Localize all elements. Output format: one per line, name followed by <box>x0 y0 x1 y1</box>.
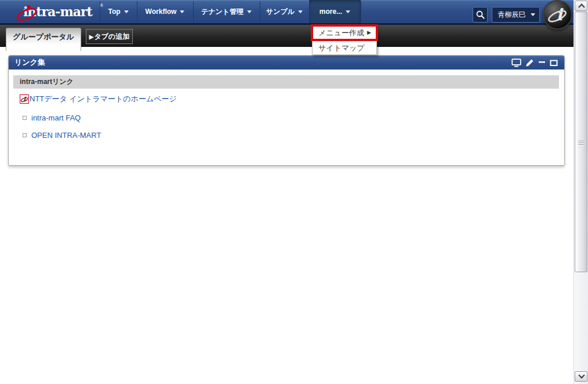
badge-i-swoosh-icon: i <box>544 1 571 28</box>
portlet-title: リンク集 <box>14 56 45 70</box>
nav-separator <box>361 1 361 23</box>
search-icon <box>476 10 485 20</box>
list-item: i NTTデータ イントラマートのホームページ <box>20 94 177 104</box>
chevron-down-icon <box>346 10 350 13</box>
display-icon[interactable] <box>511 58 521 67</box>
nav-item-more[interactable]: more... <box>309 0 361 23</box>
nav-item-top[interactable]: Top <box>100 0 137 23</box>
portlet-header: リンク集 <box>9 56 564 70</box>
menu-item-menu-creation[interactable]: メニュー作成 ▶ <box>313 25 376 40</box>
square-bullet-icon <box>23 133 27 137</box>
nav-item-sample[interactable]: サンプル <box>260 0 309 23</box>
maximize-icon[interactable] <box>550 59 558 67</box>
intra-mart-badge[interactable]: i <box>543 0 572 30</box>
link-open-intra-mart[interactable]: OPEN INTRA-MART <box>31 131 101 140</box>
scrollbar-grip <box>578 141 584 146</box>
top-navbar: intra-mart ® Top Workflow テナント管理 サンプル mo… <box>0 0 574 25</box>
play-icon: ▶ <box>89 34 94 40</box>
tab-group-portal[interactable]: グループポータル <box>6 28 81 51</box>
chevron-down-icon <box>180 10 184 13</box>
square-bullet-icon <box>23 116 27 120</box>
scroll-down-button[interactable] <box>575 371 587 382</box>
chevron-down-icon <box>531 13 535 16</box>
chevron-down-icon <box>247 10 252 13</box>
nav-item-label: more... <box>320 8 342 16</box>
link-section-header: intra-martリンク <box>13 75 559 89</box>
edit-pencil-icon[interactable] <box>525 58 534 67</box>
list-item: intra-mart FAQ <box>23 112 81 123</box>
nav-item-workflow[interactable]: Workflow <box>137 0 193 23</box>
more-dropdown-menu: メニュー作成 ▶ サイトマップ <box>312 25 377 55</box>
menu-item-label: サイトマップ <box>318 43 365 52</box>
tab-label: グループポータル <box>13 32 74 41</box>
list-item: OPEN INTRA-MART <box>23 130 101 140</box>
intra-mart-favicon-icon: i <box>20 94 29 104</box>
add-tab-button[interactable]: ▶タブの追加 <box>86 29 133 44</box>
scroll-up-button[interactable] <box>575 1 587 11</box>
svg-text:i: i <box>556 5 564 24</box>
add-tab-label: タブの追加 <box>94 32 129 41</box>
menu-item-label: メニュー作成 <box>318 28 364 37</box>
submenu-arrow-icon: ▶ <box>367 25 371 40</box>
user-menu-button[interactable]: 青柳辰巳 <box>492 7 540 23</box>
link-intra-mart-faq[interactable]: intra-mart FAQ <box>31 114 81 122</box>
app-window: intra-mart ® Top Workflow テナント管理 サンプル mo… <box>0 0 588 384</box>
chevron-down-icon <box>124 10 129 13</box>
nav-item-label: サンプル <box>266 8 295 16</box>
link-ntt-data-intramart-homepage[interactable]: NTTデータ イントラマートのホームページ <box>30 94 177 104</box>
nav-item-label: テナント管理 <box>201 8 244 16</box>
nav-item-label: Top <box>108 8 120 16</box>
chevron-down-icon <box>298 10 303 13</box>
search-button[interactable] <box>473 7 488 23</box>
intra-mart-logo[interactable]: intra-mart ® <box>15 3 102 21</box>
menu-item-sitemap[interactable]: サイトマップ <box>313 40 376 54</box>
minimize-icon[interactable] <box>538 59 546 67</box>
scrollbar-thumb[interactable] <box>575 12 587 272</box>
chevron-down-icon <box>578 372 585 378</box>
vertical-scrollbar[interactable] <box>574 0 588 384</box>
user-name: 青柳辰巳 <box>498 10 526 19</box>
links-portlet: リンク集 intra-martリンク <box>8 55 565 166</box>
nav-item-tenant-admin[interactable]: テナント管理 <box>193 0 260 23</box>
chevron-up-icon <box>578 3 585 10</box>
logo-swoosh-icon <box>15 2 39 24</box>
nav-item-label: Workflow <box>146 8 177 16</box>
